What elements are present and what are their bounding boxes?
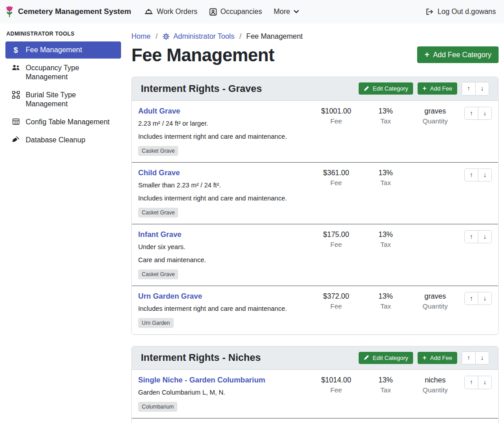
category-reorder-group: ↑ ↓ <box>462 82 489 96</box>
fee-descriptions: Smaller than 2.23 m² / 24 ft².Includes i… <box>138 181 309 203</box>
fee-amount: $1014.00 <box>309 376 363 384</box>
fee-reorder-group: ↑ ↓ <box>464 230 492 244</box>
fee-quantity-label: Quantity <box>408 386 462 394</box>
sidebar-item-label: Database Cleanup <box>26 136 86 145</box>
category-reorder-group: ↑ ↓ <box>462 351 489 365</box>
fee-reorder-group: ↑ ↓ <box>464 107 492 120</box>
fee-amount-label: Fee <box>309 386 363 394</box>
breadcrumb: Home / Administrator Tools <box>131 29 499 41</box>
fee-type-badge: Casket Grave <box>138 146 178 156</box>
move-category-up-button[interactable]: ↑ <box>462 352 475 364</box>
users-icon <box>11 64 21 71</box>
add-fee-button[interactable]: + Add Fee <box>418 82 457 95</box>
arrow-up-icon: ↑ <box>470 378 473 386</box>
arrow-up-icon: ↑ <box>467 354 470 361</box>
sidebar-item-label: Fee Management <box>26 45 82 55</box>
move-fee-down-button[interactable]: ↓ <box>478 376 491 389</box>
admin-sidebar: ADMINISTRATOR TOOLS $ Fee Management Occ… <box>0 23 126 150</box>
add-fee-category-button[interactable]: + Add Fee Category <box>417 46 499 63</box>
logout-link[interactable]: Log Out d.gowans <box>425 8 496 16</box>
plus-icon: + <box>423 85 427 92</box>
fee-main: Adult Grave 2.23 m² / 24 ft² or larger.I… <box>138 107 309 156</box>
fee-name-link[interactable]: Child Grave <box>138 168 180 177</box>
fee-name-link[interactable]: Infant Grave <box>138 230 181 239</box>
sidebar-item-fee-management[interactable]: $ Fee Management <box>5 41 121 59</box>
vector-square-icon <box>11 91 21 99</box>
arrow-down-icon: ↓ <box>481 85 484 92</box>
fee-tax-label: Tax <box>363 179 408 186</box>
top-navbar: Cemetery Management System Work Orders <box>0 0 504 23</box>
sidebar-item-database-cleanup[interactable]: Database Cleanup <box>5 132 121 149</box>
move-fee-up-button[interactable]: ↑ <box>465 292 478 305</box>
fee-main: Child Grave Smaller than 2.23 m² / 24 ft… <box>138 168 309 218</box>
fee-amount: $372.00 <box>309 292 363 300</box>
nav-more[interactable]: More <box>274 8 298 16</box>
fee-quantity-unit: graves <box>408 107 462 115</box>
fee-category-card: Interment Rights - Niches Edit Category <box>131 346 499 423</box>
move-fee-up-button[interactable]: ↑ <box>465 231 478 243</box>
fee-type-badge: Casket Grave <box>138 208 178 218</box>
sidebar-item-occupancy-type[interactable]: Occupancy Type Management <box>5 59 121 86</box>
breadcrumb-separator: / <box>156 32 158 41</box>
sidebar-item-config-table[interactable]: Config Table Management <box>5 114 121 131</box>
arrow-down-icon: ↓ <box>483 295 486 302</box>
move-category-up-button[interactable]: ↑ <box>462 82 475 95</box>
fee-tax: 13% <box>363 169 408 177</box>
move-fee-up-button[interactable]: ↑ <box>465 376 478 389</box>
nav-occupancies[interactable]: Occupancies <box>209 8 262 16</box>
fee-name-link[interactable]: Adult Grave <box>138 107 180 115</box>
broom-icon <box>11 136 21 143</box>
fee-amount: $361.00 <box>309 169 363 177</box>
fee-quantity-col: niches Quantity <box>408 376 462 394</box>
move-fee-down-button[interactable]: ↓ <box>478 169 491 182</box>
fee-tax-col: 13% Tax <box>363 230 408 248</box>
fee-name-link[interactable]: Single Niche - Garden Columbarium <box>138 376 265 384</box>
fee-category-actions: Edit Category + Add Fee ↑ ↓ <box>359 351 489 365</box>
breadcrumb-home-link[interactable]: Home <box>131 32 151 41</box>
fee-quantity-unit: niches <box>408 376 462 384</box>
move-fee-up-button[interactable]: ↑ <box>465 107 478 120</box>
edit-category-button[interactable]: Edit Category <box>359 352 413 364</box>
edit-category-label: Edit Category <box>373 85 408 92</box>
breadcrumb-admin-tools-link[interactable]: Administrator Tools <box>162 32 234 41</box>
fee-quantity-unit: graves <box>408 292 462 300</box>
move-fee-up-button[interactable]: ↑ <box>465 169 478 182</box>
fee-quantity-col: graves Quantity <box>408 292 462 310</box>
move-category-down-button[interactable]: ↓ <box>475 82 489 95</box>
move-fee-down-button[interactable]: ↓ <box>478 231 491 243</box>
nav-more-label: More <box>274 8 290 16</box>
edit-category-button[interactable]: Edit Category <box>359 82 413 95</box>
fee-description: Includes interment right and care and ma… <box>138 304 309 314</box>
fee-description: Care and maintenance. <box>138 255 309 265</box>
move-fee-down-button[interactable]: ↓ <box>478 107 491 120</box>
fee-type-badge: Columbarium <box>138 402 177 412</box>
fee-row: Child Grave Smaller than 2.23 m² / 24 ft… <box>132 162 498 224</box>
fee-row: Adult Grave 2.23 m² / 24 ft² or larger.I… <box>132 101 498 162</box>
fee-amount-col: $175.00 Fee <box>309 230 363 248</box>
arrow-up-icon: ↑ <box>470 233 473 240</box>
fee-row: Companion Niche - Garden Columbarium Gar… <box>132 418 498 423</box>
fee-tax-label: Tax <box>363 241 408 248</box>
move-category-down-button[interactable]: ↓ <box>475 352 489 364</box>
fee-tax-label: Tax <box>363 117 408 125</box>
fee-descriptions: Garden Columbarium L, M, N. <box>138 388 309 397</box>
sidebar-item-burial-site-type[interactable]: Burial Site Type Management <box>5 86 121 113</box>
pencil-icon <box>364 355 369 360</box>
fee-name-link[interactable]: Urn Garden Grave <box>138 292 202 300</box>
arrow-down-icon: ↓ <box>483 109 486 117</box>
page-header: Fee Management + Add Fee Category <box>131 44 499 65</box>
move-fee-down-button[interactable]: ↓ <box>478 292 491 305</box>
app-title: Cemetery Management System <box>18 7 131 16</box>
nav-work-orders[interactable]: Work Orders <box>144 8 197 16</box>
fee-list: Single Niche - Garden Columbarium Garden… <box>132 370 498 423</box>
logout-icon <box>425 8 434 15</box>
add-fee-button[interactable]: + Add Fee <box>418 352 457 364</box>
app-brand[interactable]: Cemetery Management System <box>4 5 131 19</box>
fee-amount-col: $361.00 Fee <box>309 168 363 186</box>
fee-amount-label: Fee <box>309 179 363 186</box>
arrow-down-icon: ↓ <box>483 378 486 386</box>
arrow-up-icon: ↑ <box>470 171 473 178</box>
sidebar-heading: ADMINISTRATOR TOOLS <box>6 31 121 37</box>
fee-quantity-label: Quantity <box>408 302 462 310</box>
person-frame-icon <box>209 8 217 16</box>
